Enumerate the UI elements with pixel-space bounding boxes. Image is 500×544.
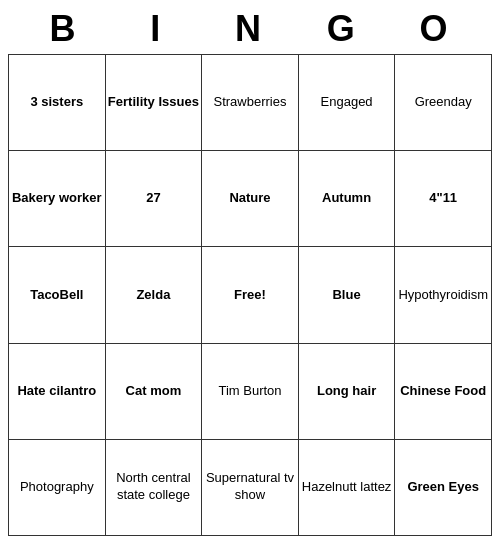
cell-r4-c0: Photography bbox=[9, 439, 106, 535]
cell-r3-c3: Long hair bbox=[298, 343, 395, 439]
cell-r0-c2: Strawberries bbox=[202, 55, 299, 151]
cell-r4-c3: Hazelnutt lattez bbox=[298, 439, 395, 535]
cell-r0-c3: Engaged bbox=[298, 55, 395, 151]
bingo-title: BINGO bbox=[8, 8, 492, 50]
cell-r2-c1: Zelda bbox=[105, 247, 202, 343]
cell-r2-c3: Blue bbox=[298, 247, 395, 343]
bingo-grid: 3 sistersFertility IssuesStrawberriesEng… bbox=[8, 54, 492, 536]
cell-r4-c2: Supernatural tv show bbox=[202, 439, 299, 535]
cell-r0-c4: Greenday bbox=[395, 55, 492, 151]
cell-r3-c4: Chinese Food bbox=[395, 343, 492, 439]
title-letter: I bbox=[113, 8, 201, 50]
cell-r3-c1: Cat mom bbox=[105, 343, 202, 439]
cell-r4-c4: Green Eyes bbox=[395, 439, 492, 535]
cell-r2-c0: TacoBell bbox=[9, 247, 106, 343]
cell-r1-c3: Autumn bbox=[298, 151, 395, 247]
cell-r2-c4: Hypothyroidism bbox=[395, 247, 492, 343]
title-letter: B bbox=[20, 8, 108, 50]
cell-r0-c0: 3 sisters bbox=[9, 55, 106, 151]
title-letter: G bbox=[299, 8, 387, 50]
title-letter: N bbox=[206, 8, 294, 50]
cell-r1-c4: 4"11 bbox=[395, 151, 492, 247]
title-letter: O bbox=[392, 8, 480, 50]
cell-r3-c2: Tim Burton bbox=[202, 343, 299, 439]
cell-r0-c1: Fertility Issues bbox=[105, 55, 202, 151]
cell-r2-c2: Free! bbox=[202, 247, 299, 343]
cell-r1-c1: 27 bbox=[105, 151, 202, 247]
cell-r3-c0: Hate cilantro bbox=[9, 343, 106, 439]
cell-r1-c0: Bakery worker bbox=[9, 151, 106, 247]
cell-r4-c1: North central state college bbox=[105, 439, 202, 535]
cell-r1-c2: Nature bbox=[202, 151, 299, 247]
